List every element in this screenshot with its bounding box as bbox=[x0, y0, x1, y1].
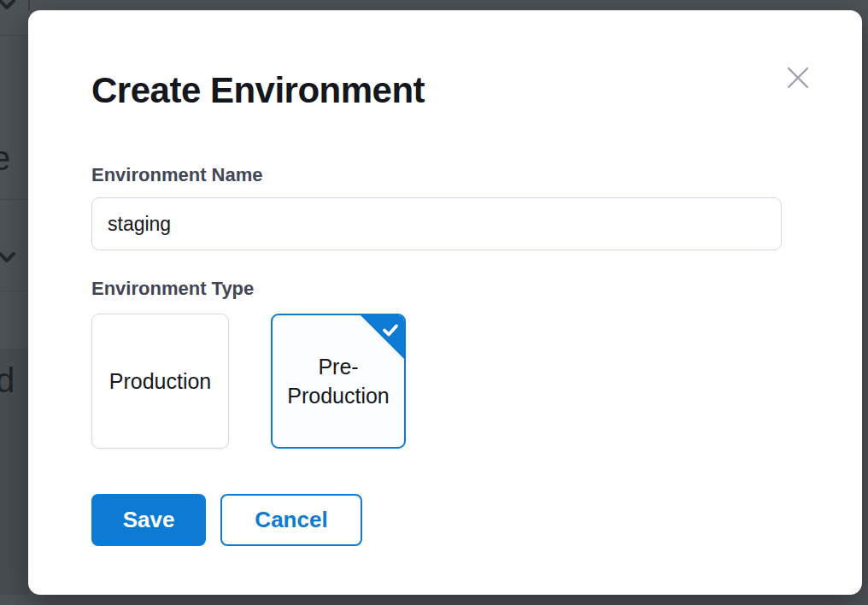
background-divider bbox=[0, 35, 28, 36]
environment-name-label: Environment Name bbox=[91, 164, 862, 186]
dialog-actions: Save Cancel bbox=[91, 494, 862, 546]
background-divider bbox=[0, 199, 28, 200]
chevron-down-icon bbox=[0, 0, 16, 12]
background-divider bbox=[28, 0, 30, 10]
type-option-label: Production bbox=[109, 367, 212, 396]
close-button[interactable] bbox=[783, 63, 812, 92]
type-option-pre-production[interactable]: Pre-Production bbox=[271, 314, 406, 449]
environment-type-label: Environment Type bbox=[91, 278, 862, 300]
type-option-production[interactable]: Production bbox=[91, 314, 229, 449]
environment-type-options: Production Pre-Production bbox=[91, 314, 862, 449]
dialog-title: Create Environment bbox=[91, 70, 862, 111]
close-x-icon bbox=[784, 64, 812, 91]
type-option-label: Pre-Production bbox=[281, 352, 396, 410]
chevron-down-icon bbox=[0, 251, 16, 265]
background-text-fragment: e bbox=[0, 139, 10, 178]
cancel-button[interactable]: Cancel bbox=[220, 494, 362, 546]
create-environment-dialog: Create Environment Environment Name Envi… bbox=[28, 10, 862, 595]
background-divider bbox=[0, 291, 28, 291]
checkmark-icon bbox=[380, 320, 401, 340]
save-button[interactable]: Save bbox=[91, 494, 206, 546]
background-text-fragment: d bbox=[0, 361, 15, 400]
environment-name-input[interactable] bbox=[91, 197, 782, 250]
